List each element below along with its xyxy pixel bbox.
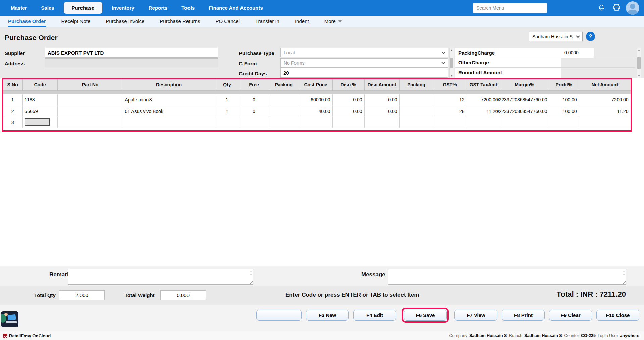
cell-packing-row1[interactable] [399,94,433,106]
f7-view-button[interactable]: F7 View [454,310,497,321]
purchase-type-select[interactable]: Local [280,48,448,57]
print-button[interactable] [612,3,621,12]
scroll-up-icon[interactable]: ▲ [250,270,252,273]
scroll-up-icon[interactable]: ▲ [450,49,453,52]
subnav-item-purchase-returns[interactable]: Purchase Returns [160,16,200,27]
cform-select[interactable]: No Forms [280,58,448,68]
user-avatar[interactable] [626,1,639,15]
cell-description-row3[interactable] [123,117,215,128]
cell-part-no-row1[interactable] [57,94,123,106]
cell-disc-amount-row2[interactable]: 0.00 [364,106,399,117]
credit-days-input[interactable] [280,68,448,78]
cell-description-row1[interactable]: Apple mini i3 [123,94,215,106]
cell-packing-row3[interactable] [399,117,433,128]
cell-code-row1[interactable]: 1188 [22,94,57,106]
textarea-scroll-icons[interactable]: ▲ ▼ [250,270,252,276]
cell-packing-row2[interactable] [399,106,433,117]
cell-part-no-row2[interactable] [57,106,123,117]
cell-cost-price-row1[interactable]: 60000.00 [299,94,332,106]
topnav-item-reports[interactable]: Reports [144,2,172,13]
notifications-button[interactable] [598,3,605,12]
resize-grip-icon[interactable] [249,281,253,284]
f3-new-button[interactable]: F3 New [306,310,349,321]
scroll-up-icon[interactable]: ▲ [638,49,640,52]
charges-scrollbar[interactable]: ▲ ▼ [637,48,641,78]
cell-code-row3[interactable] [22,117,57,128]
topnav-item-inventory[interactable]: Inventory [107,2,139,13]
support-widget-image[interactable] [1,311,18,327]
cell-packing-row3[interactable] [269,117,299,128]
resize-grip-icon[interactable] [622,281,626,284]
scroll-down-icon[interactable]: ▼ [638,74,640,77]
cell-profit-row3[interactable] [549,117,579,128]
cell-cost-price-row3[interactable] [299,117,332,128]
subnav-item-purchase-order[interactable]: Purchase Order [8,16,46,27]
search-input[interactable] [473,3,547,13]
cell-s-no-row1[interactable]: 1 [3,94,22,106]
f4-edit-button[interactable]: F4 Edit [353,310,396,321]
f10-close-button[interactable]: F10 Close [596,310,639,321]
cell-qty-row3[interactable] [215,117,239,128]
cell-gst-taxamt-row1[interactable]: 7200.00 [467,94,500,106]
remarks-textarea[interactable]: ▲ ▼ [68,269,253,285]
subnav-item-receipt-note[interactable]: Receipt Note [61,16,91,27]
subnav-item-indent[interactable]: Indent [295,16,309,27]
packingcharge-value[interactable]: 0.0000 [561,48,594,58]
topnav-item-purchase[interactable]: Purchase [64,2,103,14]
cell-net-amount-row1[interactable]: 7200.00 [579,94,631,106]
cell-code-row2[interactable]: 55669 [22,106,57,117]
cell-margin-row3[interactable] [500,117,549,128]
topnav-item-finance-and-accounts[interactable]: Finance And Accounts [204,2,267,13]
message-textarea[interactable]: ▲ ▼ [388,269,626,285]
subnav-item-more[interactable]: More [324,16,342,27]
cell-free-row3[interactable] [239,117,269,128]
f6-save-button[interactable]: F6 Save [404,310,447,321]
f9-clear-button[interactable]: F9 Clear [549,310,592,321]
cell-disc-amount-row1[interactable]: 0.00 [364,94,399,106]
cell-s-no-row3[interactable]: 3 [3,117,22,128]
cell-gst-row2[interactable]: 28 [433,106,467,117]
cell-cost-price-row2[interactable]: 40.00 [299,106,332,117]
cell-qty-row2[interactable]: 1 [215,106,239,117]
cell-net-amount-row3[interactable] [579,117,631,128]
subnav-item-po-cancel[interactable]: PO Cancel [215,16,240,27]
salesman-select[interactable]: Sadham Hussain S [529,32,583,41]
code-input[interactable] [25,118,50,126]
cell-margin-row2[interactable]: 92233720368547760.00 [500,106,549,117]
textarea-scroll-icons[interactable]: ▲ ▼ [623,270,625,276]
supplier-input[interactable] [45,48,218,58]
blank-button[interactable] [256,310,302,321]
cell-free-row2[interactable]: 0 [239,106,269,117]
scrollbar-thumb[interactable] [637,57,641,69]
scrollbar-thumb[interactable] [450,58,453,68]
subnav-item-purchase-invoice[interactable]: Purchase Invoice [106,16,144,27]
cell-part-no-row3[interactable] [57,117,123,128]
cell-s-no-row2[interactable]: 2 [3,106,22,117]
f8-print-button[interactable]: F8 Print [502,310,545,321]
cell-profit-row2[interactable]: 100.00 [549,106,579,117]
topnav-item-master[interactable]: Master [6,2,32,13]
topnav-item-tools[interactable]: Tools [177,2,199,13]
cell-net-amount-row2[interactable]: 11.20 [579,106,631,117]
cell-packing-row2[interactable] [269,106,299,117]
cell-gst-row1[interactable]: 12 [433,94,467,106]
cell-disc-row1[interactable]: 0.00 [332,94,364,106]
subnav-item-transfer-in[interactable]: Transfer In [255,16,279,27]
topnav-item-sales[interactable]: Sales [36,2,59,13]
cell-description-row2[interactable]: 01 Asus vivo Book [123,106,215,117]
cell-qty-row1[interactable]: 1 [215,94,239,106]
cell-gst-taxamt-row3[interactable] [467,117,500,128]
form-scrollbar[interactable]: ▲ ▼ [449,48,454,78]
cell-profit-row1[interactable]: 100.00 [549,94,579,106]
cell-disc-row3[interactable] [332,117,364,128]
cell-gst-taxamt-row2[interactable]: 11.20 [467,106,500,117]
cell-disc-amount-row3[interactable] [364,117,399,128]
cell-gst-row3[interactable] [433,117,467,128]
cell-disc-row2[interactable]: 0.00 [332,106,364,117]
cell-free-row1[interactable]: 0 [239,94,269,106]
scroll-up-icon[interactable]: ▲ [623,270,625,273]
cell-packing-row1[interactable] [269,94,299,106]
scroll-down-icon[interactable]: ▼ [250,273,252,276]
help-button[interactable]: ? [586,32,595,41]
scroll-down-icon[interactable]: ▼ [450,74,453,77]
